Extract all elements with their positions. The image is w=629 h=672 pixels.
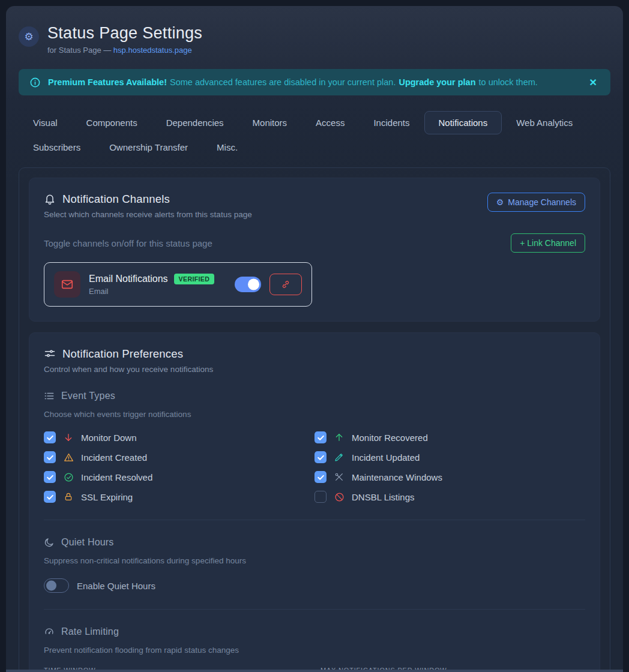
preferences-subtitle: Control when and how you receive notific… xyxy=(44,365,585,374)
ban-icon xyxy=(334,492,345,502)
tab-visual[interactable]: Visual xyxy=(19,111,72,134)
event-row-incident-resolved: Incident Resolved xyxy=(44,470,314,484)
tab-notifications[interactable]: Notifications xyxy=(424,111,502,134)
checkbox[interactable] xyxy=(314,491,327,503)
settings-tabs: Visual Components Dependencies Monitors … xyxy=(19,111,610,159)
sliders-icon xyxy=(44,348,56,360)
channels-subtitle: Select which channels receive alerts fro… xyxy=(44,210,252,219)
event-label: DNSBL Listings xyxy=(352,492,415,502)
moon-icon xyxy=(44,537,55,548)
page-subtitle: for Status Page — hsp.hostedstatus.page xyxy=(47,46,202,55)
channels-title: Notification Channels xyxy=(62,193,170,206)
event-types-grid: Monitor Down Monitor Recovered Incident … xyxy=(44,431,585,503)
toggle-hint: Toggle channels on/off for this status p… xyxy=(44,238,212,248)
banner-text: Premium Features Available!Some advanced… xyxy=(48,77,580,87)
close-icon[interactable]: ✕ xyxy=(587,74,600,91)
manage-channels-button[interactable]: ⚙ Manage Channels xyxy=(487,193,585,212)
tab-subscribers[interactable]: Subscribers xyxy=(19,136,95,159)
quiet-hours-toggle-label: Enable Quiet Hours xyxy=(77,581,155,591)
verified-badge: VERIFIED xyxy=(174,274,215,284)
tab-ownership-transfer[interactable]: Ownership Transfer xyxy=(95,136,202,159)
tab-incidents[interactable]: Incidents xyxy=(359,111,424,134)
tab-access[interactable]: Access xyxy=(301,111,359,134)
divider xyxy=(44,520,585,520)
warning-icon xyxy=(63,452,74,463)
email-channel-card: Email Notifications VERIFIED Email xyxy=(44,262,312,307)
preferences-title: Notification Preferences xyxy=(62,347,183,361)
quiet-hours-toggle[interactable] xyxy=(44,578,69,593)
quiet-hours-title: Quiet Hours xyxy=(61,537,114,548)
checkbox[interactable] xyxy=(44,451,56,463)
link-channel-label: + Link Channel xyxy=(520,238,576,248)
gear-icon: ⚙ xyxy=(496,197,504,207)
settings-panel: ⚙ Status Page Settings for Status Page —… xyxy=(6,6,623,672)
page-header: ⚙ Status Page Settings for Status Page —… xyxy=(19,24,610,55)
event-label: Incident Resolved xyxy=(81,472,152,482)
event-types-header: Event Types xyxy=(44,391,585,401)
bell-icon xyxy=(44,193,56,205)
arrow-down-icon xyxy=(63,433,74,442)
banner-title: Premium Features Available! xyxy=(48,77,167,87)
tab-dependencies[interactable]: Dependencies xyxy=(152,111,238,134)
check-circle-icon xyxy=(63,472,74,482)
event-types-title: Event Types xyxy=(61,391,115,401)
event-row-monitor-down: Monitor Down xyxy=(44,431,314,444)
info-icon xyxy=(29,77,41,88)
upgrade-plan-link[interactable]: Upgrade your plan xyxy=(399,77,475,87)
gear-icon: ⚙ xyxy=(24,31,33,43)
list-icon xyxy=(44,391,55,401)
checkbox[interactable] xyxy=(314,431,327,443)
premium-banner: Premium Features Available!Some advanced… xyxy=(19,69,610,95)
event-row-maintenance-windows: Maintenance Windows xyxy=(314,470,585,484)
quiet-hours-subtitle: Suppress non-critical notifications duri… xyxy=(44,556,585,565)
manage-channels-label: Manage Channels xyxy=(508,197,576,207)
divider xyxy=(44,609,585,610)
tab-monitors[interactable]: Monitors xyxy=(238,111,302,134)
pencil-icon xyxy=(334,452,345,462)
tab-misc[interactable]: Misc. xyxy=(202,136,252,159)
event-label: Incident Created xyxy=(81,452,147,463)
status-page-link[interactable]: hsp.hostedstatus.page xyxy=(113,46,192,55)
event-row-incident-created: Incident Created xyxy=(44,451,314,464)
banner-suffix: to unlock them. xyxy=(479,77,538,87)
chain-link-icon xyxy=(281,280,290,289)
quiet-hours-header: Quiet Hours xyxy=(44,537,585,548)
checkbox[interactable] xyxy=(44,471,56,483)
rate-limiting-header: Rate Limiting xyxy=(44,626,585,637)
channel-name: Email Notifications xyxy=(89,274,168,284)
subtitle-prefix: for Status Page — xyxy=(47,46,113,55)
event-row-ssl-expiring: SSL Expiring xyxy=(44,490,314,503)
rate-limiting-title: Rate Limiting xyxy=(61,626,119,637)
banner-message: Some advanced features are disabled in y… xyxy=(170,77,396,87)
channel-type: Email xyxy=(89,287,226,296)
event-types-subtitle: Choose which events trigger notification… xyxy=(44,410,585,419)
checkbox[interactable] xyxy=(44,431,56,443)
event-row-dnsbl-listings: DNSBL Listings xyxy=(314,490,585,503)
event-label: Incident Updated xyxy=(352,452,420,463)
gear-avatar: ⚙ xyxy=(19,26,39,47)
notification-preferences-card: Notification Preferences Control when an… xyxy=(29,332,600,672)
unlink-channel-button[interactable] xyxy=(269,274,302,295)
email-channel-toggle[interactable] xyxy=(235,277,261,292)
bottom-scroll-strip[interactable] xyxy=(6,670,623,672)
gauge-icon xyxy=(44,626,55,637)
tab-web-analytics[interactable]: Web Analytics xyxy=(502,111,587,134)
email-icon xyxy=(54,271,80,298)
event-row-incident-updated: Incident Updated xyxy=(314,451,585,464)
tools-icon xyxy=(334,472,345,482)
event-label: Monitor Down xyxy=(81,433,137,443)
tab-components[interactable]: Components xyxy=(72,111,152,134)
event-label: Maintenance Windows xyxy=(352,472,442,482)
notifications-tab-panel: Notification Channels Select which chann… xyxy=(19,167,610,672)
rate-limiting-subtitle: Prevent notification flooding from rapid… xyxy=(44,646,585,655)
checkbox[interactable] xyxy=(314,451,327,463)
event-label: SSL Expiring xyxy=(81,492,133,502)
checkbox[interactable] xyxy=(314,471,327,483)
lock-icon xyxy=(63,492,74,502)
link-channel-button[interactable]: + Link Channel xyxy=(511,233,585,253)
page-title: Status Page Settings xyxy=(47,24,202,43)
checkbox[interactable] xyxy=(44,491,56,503)
notification-channels-card: Notification Channels Select which chann… xyxy=(29,178,600,322)
event-label: Monitor Recovered xyxy=(352,433,428,443)
arrow-up-icon xyxy=(334,433,345,442)
